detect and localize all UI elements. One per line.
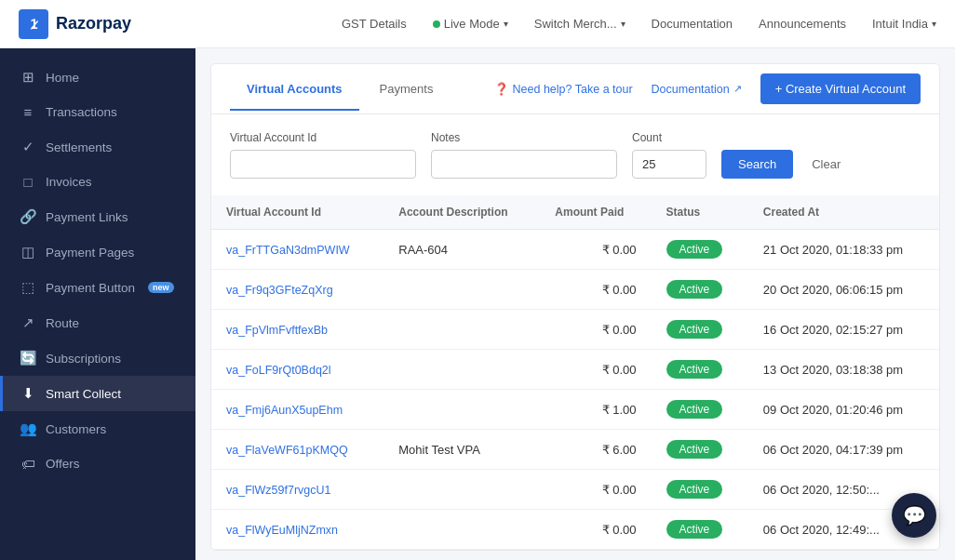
col-amount-paid: Amount Paid: [540, 195, 651, 230]
status-cell: Active: [652, 350, 748, 390]
chat-fab[interactable]: 💬: [892, 493, 936, 538]
table-row: va_Fr9q3GFteZqXrg ₹ 0.00 Active 20 Oct 2…: [211, 270, 939, 310]
payment-links-icon: 🔗: [20, 208, 36, 225]
customers-icon: 👥: [20, 420, 36, 437]
va-id-link[interactable]: va_FrTTGaN3dmPWIW: [226, 244, 350, 257]
description-cell: RAA-604: [383, 230, 540, 270]
chevron-down-icon: ▾: [621, 19, 625, 29]
va-id-cell: va_FpVlmFvftfexBb: [211, 310, 383, 350]
va-id-cell: va_FoLF9rQt0Bdq2l: [211, 350, 383, 390]
main-content: Virtual Accounts Payments ❓ Need help? T…: [195, 48, 955, 560]
col-created-at: Created At: [748, 195, 939, 230]
count-input[interactable]: [632, 150, 706, 179]
nav-gst[interactable]: GST Details: [342, 17, 407, 31]
description-cell: Mohit Test VPA: [383, 430, 540, 470]
nav-intuit-india[interactable]: Intuit India ▾: [872, 17, 936, 31]
payment-button-icon: ⬚: [20, 279, 36, 296]
clear-button[interactable]: Clear: [808, 150, 844, 179]
sidebar-item-transactions[interactable]: ≡ Transactions: [0, 95, 195, 129]
logo[interactable]: 1̷ Razorpay: [19, 9, 131, 39]
status-badge: Active: [666, 480, 723, 499]
content-box: Virtual Accounts Payments ❓ Need help? T…: [210, 63, 940, 551]
status-badge: Active: [666, 440, 723, 459]
virtual-accounts-table: Virtual Account Id Account Description A…: [211, 195, 939, 550]
sidebar-item-invoices[interactable]: □ Invoices: [0, 165, 195, 199]
nav-switch-merch[interactable]: Switch Merch... ▾: [534, 17, 625, 31]
va-id-link[interactable]: va_FlWyEuMljNZmxn: [226, 524, 338, 537]
nav-live-mode[interactable]: Live Mode ▾: [433, 17, 508, 31]
tab-virtual-accounts[interactable]: Virtual Accounts: [230, 67, 359, 111]
amount-cell: ₹ 0.00: [540, 470, 651, 510]
status-cell: Active: [652, 510, 748, 550]
va-id-link[interactable]: va_Fr9q3GFteZqXrg: [226, 284, 333, 297]
payment-pages-icon: ◫: [20, 244, 36, 260]
va-id-input[interactable]: [230, 150, 416, 179]
sidebar-item-offers[interactable]: 🏷 Offers: [0, 447, 195, 481]
table-row: va_FlWz59f7rvgcU1 ₹ 0.00 Active 06 Oct 2…: [211, 470, 939, 510]
created-at-cell: 16 Oct 2020, 02:15:27 pm: [748, 310, 939, 350]
sidebar-item-payment-links[interactable]: 🔗 Payment Links: [0, 199, 195, 234]
chevron-down-icon: ▾: [932, 19, 936, 29]
amount-cell: ₹ 0.00: [540, 510, 651, 550]
live-dot-icon: [433, 20, 440, 28]
sidebar-item-customers[interactable]: 👥 Customers: [0, 411, 195, 447]
status-cell: Active: [652, 270, 748, 310]
va-id-cell: va_FlWz59f7rvgcU1: [211, 470, 383, 510]
sidebar-item-subscriptions[interactable]: 🔄 Subscriptions: [0, 340, 195, 376]
count-label: Count: [632, 131, 706, 144]
help-tour-link[interactable]: ❓ Need help? Take a tour: [494, 82, 633, 96]
va-id-cell: va_Fmj6AunX5upEhm: [211, 390, 383, 430]
va-id-filter-group: Virtual Account Id: [230, 131, 416, 179]
status-cell: Active: [652, 230, 748, 270]
va-id-link[interactable]: va_FlaVeWF61pKMQQ: [226, 444, 348, 457]
tab-payments[interactable]: Payments: [363, 67, 451, 111]
chevron-down-icon: ▾: [504, 19, 508, 29]
count-filter-group: Count: [632, 131, 706, 179]
new-badge: new: [148, 282, 174, 293]
va-id-link[interactable]: va_FpVlmFvftfexBb: [226, 324, 328, 337]
search-button[interactable]: Search: [721, 150, 793, 179]
sidebar-item-home[interactable]: ⊞ Home: [0, 60, 195, 95]
nav-announcements[interactable]: Announcements: [759, 17, 846, 31]
documentation-link[interactable]: Documentation ↗: [652, 83, 742, 96]
status-cell: Active: [652, 390, 748, 430]
notes-filter-group: Notes: [431, 131, 617, 179]
amount-cell: ₹ 0.00: [540, 350, 651, 390]
sidebar-item-smart-collect[interactable]: ⬇ Smart Collect: [0, 376, 195, 411]
amount-cell: ₹ 0.00: [540, 230, 651, 270]
table-row: va_FrTTGaN3dmPWIW RAA-604 ₹ 0.00 Active …: [211, 230, 939, 270]
table-header-row: Virtual Account Id Account Description A…: [211, 195, 939, 230]
va-id-link[interactable]: va_Fmj6AunX5upEhm: [226, 404, 343, 417]
filter-row: Virtual Account Id Notes Count Search Cl…: [211, 114, 939, 195]
status-badge: Active: [666, 320, 723, 339]
subscriptions-icon: 🔄: [20, 350, 36, 367]
description-cell: [383, 270, 540, 310]
description-cell: [383, 310, 540, 350]
sidebar-item-route[interactable]: ↗ Route: [0, 305, 195, 340]
created-at-cell: 20 Oct 2020, 06:06:15 pm: [748, 270, 939, 310]
col-va-id: Virtual Account Id: [211, 195, 383, 230]
tabs-bar: Virtual Accounts Payments ❓ Need help? T…: [211, 64, 939, 114]
table-row: va_FlaVeWF61pKMQQ Mohit Test VPA ₹ 6.00 …: [211, 430, 939, 470]
create-virtual-account-button[interactable]: + Create Virtual Account: [760, 73, 921, 104]
sidebar-item-payment-pages[interactable]: ◫ Payment Pages: [0, 234, 195, 270]
va-id-link[interactable]: va_FlWz59f7rvgcU1: [226, 484, 331, 497]
external-link-icon: ↗: [733, 83, 742, 95]
col-description: Account Description: [383, 195, 540, 230]
offers-icon: 🏷: [20, 456, 36, 472]
notes-input[interactable]: [431, 150, 617, 179]
sidebar-item-settlements[interactable]: ✓ Settlements: [0, 129, 195, 165]
sidebar-item-payment-button[interactable]: ⬚ Payment Button new: [0, 270, 195, 305]
chat-icon: 💬: [903, 504, 926, 527]
nav-documentation[interactable]: Documentation: [652, 17, 733, 31]
status-cell: Active: [652, 470, 748, 510]
description-cell: [383, 350, 540, 390]
va-id-cell: va_FlaVeWF61pKMQQ: [211, 430, 383, 470]
created-at-cell: 09 Oct 2020, 01:20:46 pm: [748, 390, 939, 430]
created-at-cell: 21 Oct 2020, 01:18:33 pm: [748, 230, 939, 270]
top-nav: 1̷ Razorpay GST Details Live Mode ▾ Swit…: [0, 0, 955, 48]
logo-icon: 1̷: [19, 9, 48, 39]
va-id-link[interactable]: va_FoLF9rQt0Bdq2l: [226, 364, 331, 377]
amount-cell: ₹ 0.00: [540, 310, 651, 350]
amount-cell: ₹ 1.00: [540, 390, 651, 430]
